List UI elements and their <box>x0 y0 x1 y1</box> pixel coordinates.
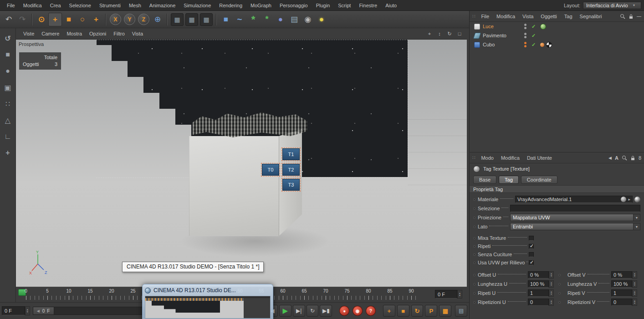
enabled-check-icon[interactable]: ✓ <box>532 24 536 30</box>
cube-object[interactable] <box>189 136 279 236</box>
object-name[interactable]: Luce <box>483 24 522 29</box>
render-view-button[interactable]: ▦ <box>171 13 184 26</box>
panel-handle-icon[interactable]: ∷ <box>472 155 475 160</box>
spinner-icon[interactable] <box>549 299 554 306</box>
viewport-menu-item[interactable]: Opzioni <box>86 31 110 36</box>
model-mode-button[interactable]: ■ <box>1 48 14 61</box>
offset-u-field[interactable]: 0 % <box>528 271 549 278</box>
collapse-icon[interactable]: — <box>637 14 641 19</box>
pan-view-icon[interactable]: + <box>426 30 433 37</box>
anim-dot-icon[interactable] <box>558 301 561 304</box>
selection-field[interactable] <box>510 205 640 212</box>
end-frame-field[interactable]: 0 F <box>435 290 462 299</box>
senza-cuciture-checkbox[interactable] <box>529 252 534 257</box>
y-axis-lock-button[interactable]: Y <box>124 14 135 25</box>
visibility-dots[interactable] <box>524 24 526 29</box>
viewport-menu-item[interactable]: Vista <box>128 31 147 36</box>
loop-button[interactable]: ↻ <box>307 305 319 317</box>
undo-button[interactable]: ↶ <box>2 13 15 26</box>
enabled-check-icon[interactable]: ✓ <box>532 33 536 39</box>
om-menu-item[interactable]: Segnalibri <box>576 14 606 19</box>
view-name-label[interactable]: Prospettiva <box>19 41 44 47</box>
panel-handle-icon[interactable]: ∷ <box>472 14 475 19</box>
ripeti-v-field[interactable]: 1 <box>611 289 632 297</box>
enabled-check-icon[interactable]: ✓ <box>532 42 536 48</box>
om-menu-item[interactable]: Oggetti <box>537 14 560 19</box>
object-mode-button[interactable]: ▣ <box>1 81 14 94</box>
keyframe-selection-button[interactable]: ? <box>366 306 376 316</box>
render-settings-button[interactable]: ▦ <box>200 13 213 26</box>
texture-tag-icon[interactable] <box>546 42 552 48</box>
object-row[interactable]: Luce ✓ <box>470 22 644 31</box>
rotate-tool-button[interactable]: ○ <box>76 13 89 26</box>
visibility-dots[interactable] <box>524 42 526 47</box>
viewport-menu-item[interactable]: Filtro <box>110 31 128 36</box>
spinner-icon[interactable] <box>549 271 554 278</box>
toggle-view-icon[interactable]: □ <box>456 30 463 37</box>
record-rotation-toggle[interactable]: ↻ <box>411 305 424 317</box>
lock-icon[interactable] <box>629 14 634 19</box>
layout-dropdown[interactable]: Interfaccia di Avvio ▼ <box>583 2 641 9</box>
spinner-icon[interactable] <box>25 306 30 315</box>
anim-dot-icon[interactable] <box>558 292 561 294</box>
text-mode-icon[interactable]: A <box>615 155 618 161</box>
viewport-canvas[interactable]: T1 T0 T2 T3 Prospettiva Totale Oggetti 3… <box>16 40 467 287</box>
visibility-dots[interactable] <box>524 33 526 38</box>
offset-v-field[interactable]: 0 % <box>611 271 632 278</box>
usa-uvw-checkbox[interactable] <box>529 260 534 265</box>
make-editable-button[interactable]: ↺ <box>1 32 14 45</box>
polygon-mode-button[interactable]: △ <box>1 114 14 127</box>
anim-dot-icon[interactable] <box>473 301 475 304</box>
texture-tag-handle[interactable]: T1 <box>282 148 300 160</box>
last-tool-button[interactable]: + <box>89 13 103 26</box>
object-row[interactable]: Cubo ✓ <box>470 40 644 49</box>
ripeti-u-field[interactable]: 1 <box>528 289 549 297</box>
object-row[interactable]: Pavimento ✓ <box>470 31 644 40</box>
om-menu-item[interactable]: Modifica <box>493 14 519 19</box>
goto-end-button[interactable]: ▶▮ <box>320 305 332 317</box>
anim-dot-icon[interactable] <box>473 262 475 264</box>
deformer-button[interactable]: ● <box>274 13 287 26</box>
spinner-icon[interactable] <box>632 280 637 288</box>
axis-mode-button[interactable]: + <box>1 147 14 159</box>
material-ball-icon[interactable] <box>634 197 640 203</box>
search-icon[interactable] <box>622 155 627 161</box>
menubar-item[interactable]: File <box>3 3 19 8</box>
om-menu-item[interactable]: Vista <box>519 14 537 19</box>
lunghezza-u-field[interactable]: 100 % <box>528 280 549 288</box>
zoom-view-icon[interactable]: ↕ <box>436 30 443 37</box>
environment-button[interactable]: ▤ <box>287 13 301 26</box>
menubar-item[interactable]: Personaggio <box>276 3 312 8</box>
coordinate-system-button[interactable]: ⊕ <box>151 13 164 26</box>
move-tool-button[interactable]: + <box>48 13 62 26</box>
preview-thumbnail[interactable] <box>145 296 271 319</box>
ripetizioni-u-field[interactable]: 0 <box>528 299 549 306</box>
x-axis-lock-button[interactable]: X <box>110 14 121 25</box>
anim-dot-icon[interactable] <box>473 208 475 210</box>
anim-dot-icon[interactable] <box>473 274 475 276</box>
menubar-item[interactable]: Aiuto <box>381 3 401 8</box>
menubar-item[interactable]: Simulazione <box>179 3 215 8</box>
material-tag-icon[interactable] <box>540 24 546 30</box>
menubar-item[interactable]: Animazione <box>145 3 179 8</box>
anim-dot-icon[interactable] <box>473 237 475 239</box>
texture-tag-handle[interactable]: T0 <box>262 164 279 176</box>
anim-dot-icon[interactable] <box>558 283 561 285</box>
am-menu-item[interactable]: Dati Utente <box>523 155 556 161</box>
play-button[interactable]: ▶ <box>279 305 291 317</box>
record-position-toggle[interactable]: + <box>383 305 395 317</box>
menubar-item[interactable]: Script <box>334 3 355 8</box>
menubar-item[interactable]: Crea <box>46 3 65 8</box>
panel-toggle-button[interactable]: ▤ <box>455 305 467 317</box>
cube-primitive-button[interactable]: ■ <box>219 13 233 26</box>
render-region-button[interactable]: ▦ <box>185 13 198 26</box>
rotate-view-icon[interactable]: ↻ <box>446 30 453 37</box>
menubar-item[interactable]: MoGraph <box>246 3 276 8</box>
anim-dot-icon[interactable] <box>473 217 475 219</box>
anim-dot-icon[interactable] <box>558 274 561 276</box>
record-parameter-toggle[interactable]: P <box>425 305 437 317</box>
mixa-texture-checkbox[interactable] <box>529 236 534 241</box>
spinner-icon[interactable] <box>632 299 637 306</box>
lock-icon[interactable] <box>630 155 635 161</box>
menubar-item[interactable]: Modifica <box>19 3 46 8</box>
